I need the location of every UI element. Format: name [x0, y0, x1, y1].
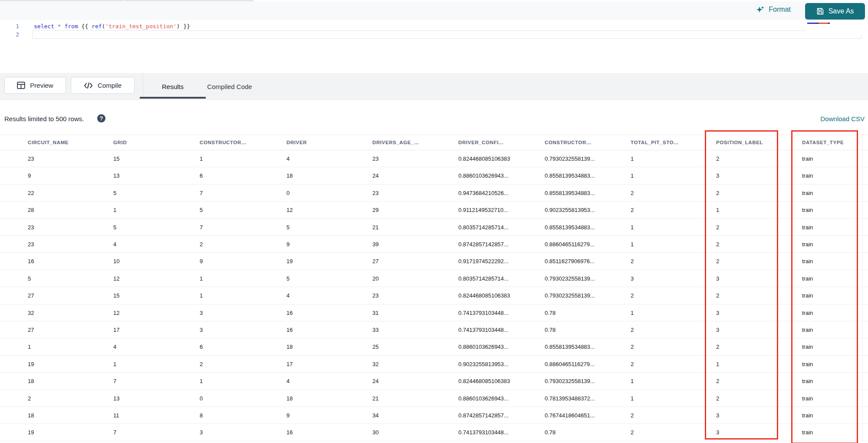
code-line[interactable]: 2: [0, 30, 868, 39]
table-cell: 0.824468085106383: [458, 287, 510, 304]
column-header[interactable]: GRID: [113, 135, 127, 150]
table-cell: 4: [286, 287, 289, 304]
table-cell: 11: [113, 407, 119, 424]
table-row[interactable]: 3212316310.7413793103448...0.7813train: [0, 304, 868, 321]
table-cell: 31: [372, 304, 378, 321]
table-cell: train: [802, 287, 813, 304]
results-toolbar: Preview Compile ResultsCompiled Code: [0, 73, 868, 100]
table-cell: 2: [716, 219, 719, 236]
table-row[interactable]: 281512290.9112149532710...0.902325581395…: [0, 202, 868, 218]
table-cell: 13: [113, 390, 119, 407]
table-row[interactable]: 181189340.8742857142857...0.767441860465…: [0, 407, 868, 424]
question-mark-icon[interactable]: ?: [97, 114, 105, 122]
column-header[interactable]: DRIVER: [286, 135, 307, 150]
column-header[interactable]: DRIVERS_AGE_...: [372, 135, 419, 150]
preview-button[interactable]: Preview: [4, 77, 66, 94]
sparkles-icon: [756, 5, 765, 14]
table-cell: 15: [113, 287, 119, 304]
table-cell: 3: [200, 304, 203, 321]
table-cell: 0.78: [545, 424, 556, 441]
table-row[interactable]: 191217320.9023255813953...0.886046511627…: [0, 356, 868, 373]
tab-compiled-code[interactable]: Compiled Code: [203, 73, 256, 100]
code-token: {{: [82, 23, 92, 30]
table-cell: 4: [113, 236, 116, 253]
table-cell: train: [802, 338, 813, 355]
table-grid-icon: [17, 82, 25, 89]
compile-button[interactable]: Compile: [71, 77, 135, 94]
table-row[interactable]: 23575210.8035714285714...0.8558139534883…: [0, 219, 868, 236]
table-cell: 0.78: [545, 304, 556, 321]
table-cell: train: [802, 202, 813, 218]
format-button[interactable]: Format: [756, 5, 791, 14]
table-cell: 0.8035714285714...: [458, 270, 509, 287]
column-header[interactable]: TOTAL_PIT_STO...: [631, 135, 679, 150]
table-row[interactable]: 22570230.9473684210526...0.8558139534883…: [0, 185, 868, 202]
table-cell: 39: [372, 236, 378, 253]
table-row[interactable]: 51215200.8035714285714...0.7930232558139…: [0, 270, 868, 287]
table-cell: 20: [372, 270, 378, 287]
table-cell: 18: [28, 407, 34, 424]
table-cell: 9: [286, 236, 289, 253]
table-cell: 2: [716, 390, 719, 407]
table-cell: 2: [28, 390, 31, 407]
table-cell: 19: [286, 253, 293, 270]
table-right-border: [862, 135, 863, 441]
column-header[interactable]: DRIVER_CONFI...: [458, 135, 503, 150]
table-row[interactable]: 271514230.8244680851063830.7930232558139…: [0, 287, 868, 304]
sql-editor[interactable]: 1select * from {{ ref('train_test_positi…: [0, 20, 868, 73]
table-cell: 1: [631, 304, 634, 321]
table-cell: 0.7930232558139...: [545, 270, 595, 287]
format-label: Format: [769, 6, 791, 13]
table-row[interactable]: 213018210.8860103626943...0.781395348837…: [0, 390, 868, 407]
save-as-button[interactable]: Save As: [805, 3, 865, 20]
table-cell: 2: [716, 373, 719, 390]
download-csv-link[interactable]: Download CSV: [820, 115, 865, 122]
table-cell: 0.824468085106383: [458, 373, 510, 390]
table-cell: 7: [200, 219, 203, 236]
table-cell: 18: [286, 167, 293, 184]
table-cell: 25: [372, 338, 378, 355]
table-cell: 2: [716, 236, 719, 253]
table-cell: 2: [200, 236, 203, 253]
table-cell: train: [802, 253, 813, 270]
code-token: *: [58, 23, 65, 30]
table-row[interactable]: 23429390.8742857142857...0.8860465116279…: [0, 236, 868, 253]
compile-label: Compile: [98, 82, 122, 89]
code-line[interactable]: 1select * from {{ ref('train_test_positi…: [0, 22, 868, 30]
table-row[interactable]: 197316300.7413793103448...0.7823train: [0, 424, 868, 441]
table-cell: 0.8511627906976...: [545, 253, 595, 270]
table-cell: 1: [200, 150, 203, 167]
table-cell: 1: [200, 287, 203, 304]
tab-results[interactable]: Results: [151, 73, 194, 100]
table-cell: train: [802, 390, 813, 407]
table-row[interactable]: 14618250.8860103626943...0.8558139534883…: [0, 338, 868, 355]
table-row[interactable]: 18714240.8244680851063830.7930232558139.…: [0, 373, 868, 390]
minimap-code-line: [807, 23, 832, 24]
column-header[interactable]: CONSTRUCTOR...: [545, 135, 591, 150]
table-cell: train: [802, 150, 813, 167]
table-row[interactable]: 231514230.8244680851063830.7930232558139…: [0, 150, 868, 167]
table-cell: 1: [631, 167, 634, 184]
table-cell: 16: [286, 321, 293, 338]
column-header[interactable]: DATASET_TYPE: [802, 135, 844, 150]
table-cell: 2: [631, 321, 634, 338]
table-row[interactable]: 913618240.8860103626943...0.855813953488…: [0, 167, 868, 184]
column-header[interactable]: POSITION_LABEL: [716, 135, 763, 150]
table-cell: 13: [113, 167, 119, 184]
table-cell: 5: [200, 202, 203, 218]
table-cell: 2: [716, 185, 719, 202]
table-cell: 2: [631, 356, 634, 373]
column-header[interactable]: CIRCUIT_NAME: [28, 135, 69, 150]
table-row[interactable]: 2717316330.7413793103448...0.7823train: [0, 321, 868, 338]
editor-minimap[interactable]: [806, 20, 864, 35]
table-cell: 0.8742857142857...: [458, 236, 509, 253]
column-header[interactable]: CONSTRUCTOR...: [200, 135, 246, 150]
table-cell: 0.7413793103448...: [458, 321, 509, 338]
table-cell: 1: [631, 236, 634, 253]
table-cell: 5: [286, 219, 289, 236]
table-cell: 5: [286, 270, 289, 287]
table-cell: 0.9023255813953...: [458, 356, 509, 373]
line-number: 2: [0, 30, 19, 39]
results-table: CIRCUIT_NAMEGRIDCONSTRUCTOR...DRIVERDRIV…: [0, 135, 868, 441]
table-row[interactable]: 1610919270.9171974522292...0.85116279069…: [0, 253, 868, 270]
